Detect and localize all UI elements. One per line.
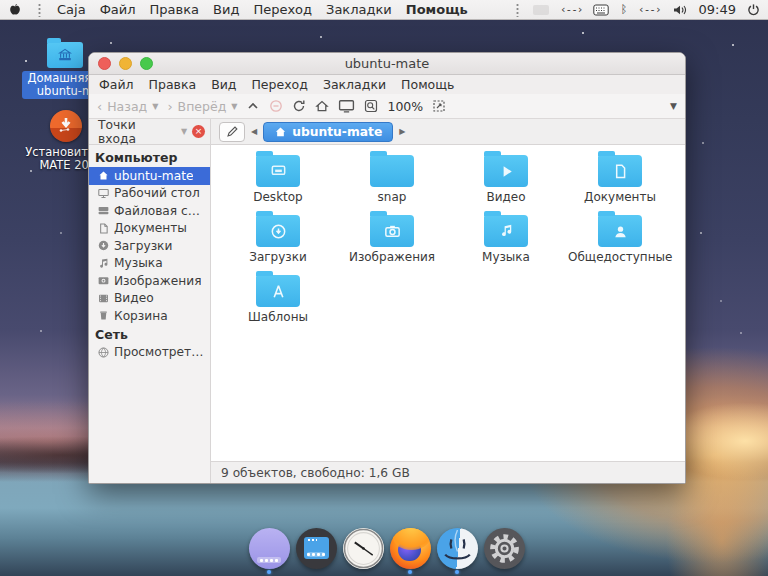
sidebar-item-documents[interactable]: Документы <box>89 220 210 238</box>
window-controls <box>98 57 153 70</box>
power-icon[interactable] <box>747 3 760 16</box>
network-idle-icon-2[interactable]: ‹--› <box>638 3 661 16</box>
file-label: Документы <box>568 190 672 204</box>
global-menu-вид[interactable]: Вид <box>213 2 239 17</box>
toolbar-overflow-icon[interactable]: ▼ <box>670 101 677 111</box>
reload-button[interactable] <box>292 99 306 113</box>
folder-icon-none <box>370 155 414 187</box>
layout-indicator-dim-icon[interactable] <box>533 5 549 15</box>
window-menu-правка[interactable]: Правка <box>149 77 197 92</box>
dock-item-firefox[interactable] <box>388 528 432 574</box>
file-label: Шаблоны <box>226 310 330 324</box>
desktop-icon <box>97 187 110 200</box>
dock-item-file-manager[interactable] <box>435 528 479 574</box>
global-menu-правка[interactable]: Правка <box>150 2 199 17</box>
dock-item-desktop-switcher[interactable] <box>247 528 291 574</box>
file-grid[interactable]: DesktopsnapВидеоДокументыЗагрузкиИзображ… <box>211 145 685 461</box>
edit-location-button[interactable] <box>219 122 245 142</box>
minimize-button[interactable] <box>119 57 132 70</box>
breadcrumb-current[interactable]: ubuntu-mate <box>263 122 393 142</box>
file-label: snap <box>340 190 444 204</box>
file-item-Изображения[interactable]: Изображения <box>340 215 444 275</box>
forward-button[interactable]: › Вперёд ▼ <box>167 99 237 114</box>
file-item-snap[interactable]: snap <box>340 155 444 215</box>
forward-chevron-icon: › <box>167 99 172 114</box>
file-item-Документы[interactable]: Документы <box>568 155 672 215</box>
clock[interactable]: 09:49 <box>699 2 736 17</box>
places-close-icon[interactable]: × <box>192 125 205 138</box>
window-menu-файл[interactable]: Файл <box>99 77 134 92</box>
file-item-Общедоступные[interactable]: Общедоступные <box>568 215 672 275</box>
downloads-icon <box>97 239 110 252</box>
toolbar: ‹ Назад ▼ › Вперёд ▼ <box>89 94 685 119</box>
breadcrumb-right-icon[interactable]: ▶ <box>399 127 405 136</box>
global-menu-caja[interactable]: Caja <box>57 2 86 17</box>
breadcrumb-left-icon[interactable]: ◀ <box>251 127 257 136</box>
network-idle-icon[interactable]: ‹--› <box>560 3 583 16</box>
volume-icon[interactable] <box>672 4 688 16</box>
tray-grip[interactable] <box>516 3 519 17</box>
sidebar-item-network[interactable]: Просмотреть с… <box>89 344 210 362</box>
up-button[interactable] <box>246 99 260 113</box>
sidebar-item-video[interactable]: Видео <box>89 290 210 308</box>
window-menu-вид[interactable]: Вид <box>211 77 236 92</box>
folder-icon-document <box>598 155 642 187</box>
sidebar-item-label: Документы <box>114 221 187 235</box>
close-button[interactable] <box>98 57 111 70</box>
sidebar-item-downloads[interactable]: Загрузки <box>89 237 210 255</box>
sidebar-item-home[interactable]: ubuntu-mate <box>89 167 210 185</box>
home-icon <box>97 169 110 182</box>
computer-button[interactable] <box>338 99 355 113</box>
window-menu-помощь[interactable]: Помощь <box>401 77 454 92</box>
places-selector[interactable]: Точки входа ▼ × <box>89 119 211 144</box>
maximize-button[interactable] <box>140 57 153 70</box>
dock-item-panel-layout[interactable] <box>294 528 338 574</box>
dock-item-settings[interactable] <box>482 528 526 574</box>
file-item-Desktop[interactable]: Desktop <box>226 155 330 215</box>
file-item-Музыка[interactable]: Музыка <box>454 215 558 275</box>
home-button[interactable] <box>315 99 329 113</box>
running-indicator <box>267 570 271 574</box>
sidebar-item-label: Просмотреть с… <box>114 345 207 359</box>
zoom-level[interactable]: 100% <box>387 99 423 114</box>
sidebar-item-label: Рабочий стол <box>114 186 200 200</box>
file-item-Шаблоны[interactable]: Шаблоны <box>226 275 330 335</box>
global-menu-помощь[interactable]: Помощь <box>406 2 468 17</box>
sidebar-item-music[interactable]: Музыка <box>89 255 210 273</box>
folder-icon-desktop <box>256 155 300 187</box>
file-label: Изображения <box>340 250 444 264</box>
sidebar-item-label: Загрузки <box>114 239 172 253</box>
titlebar[interactable]: ubuntu-mate <box>89 53 685 75</box>
apple-logo-icon[interactable] <box>8 2 22 17</box>
sidebar-item-trash[interactable]: Корзина <box>89 307 210 325</box>
sidebar-item-desktop[interactable]: Рабочий стол <box>89 185 210 203</box>
back-button[interactable]: ‹ Назад ▼ <box>97 99 158 114</box>
zoom-out-button[interactable] <box>364 99 378 113</box>
trash-icon <box>97 309 110 322</box>
sidebar-item-pictures[interactable]: Изображения <box>89 272 210 290</box>
zoom-fit-button[interactable] <box>432 99 446 113</box>
forward-caret-icon: ▼ <box>231 102 237 111</box>
global-menu-закладки[interactable]: Закладки <box>326 2 392 17</box>
sidebar-section-компьютер: Компьютер <box>89 148 210 167</box>
file-item-Загрузки[interactable]: Загрузки <box>226 215 330 275</box>
stop-button[interactable] <box>269 99 283 113</box>
keyboard-indicator-icon[interactable] <box>593 4 609 16</box>
file-item-Видео[interactable]: Видео <box>454 155 558 215</box>
app-menu-items: CajaФайлПравкаВидПереходЗакладкиПомощь <box>57 2 468 17</box>
bluetooth-icon[interactable]: ᛒ <box>620 3 627 16</box>
sidebar-item-label: Музыка <box>114 256 163 270</box>
folder-icon-person <box>598 215 642 247</box>
window-menu-переход[interactable]: Переход <box>251 77 307 92</box>
desktop-screen: CajaФайлПравкаВидПереходЗакладкиПомощь ‹… <box>0 0 768 576</box>
back-label: Назад <box>107 99 147 114</box>
file-label: Общедоступные <box>568 250 672 264</box>
dock-item-clock-app[interactable] <box>341 528 385 574</box>
global-menu-переход[interactable]: Переход <box>253 2 312 17</box>
window-menu-закладки[interactable]: Закладки <box>323 77 386 92</box>
sidebar-item-filesystem[interactable]: Файловая сист… <box>89 202 210 220</box>
panel-grip[interactable] <box>38 3 41 17</box>
forward-label: Вперёд <box>178 99 227 114</box>
global-menu-файл[interactable]: Файл <box>100 2 136 17</box>
running-indicator <box>408 570 412 574</box>
